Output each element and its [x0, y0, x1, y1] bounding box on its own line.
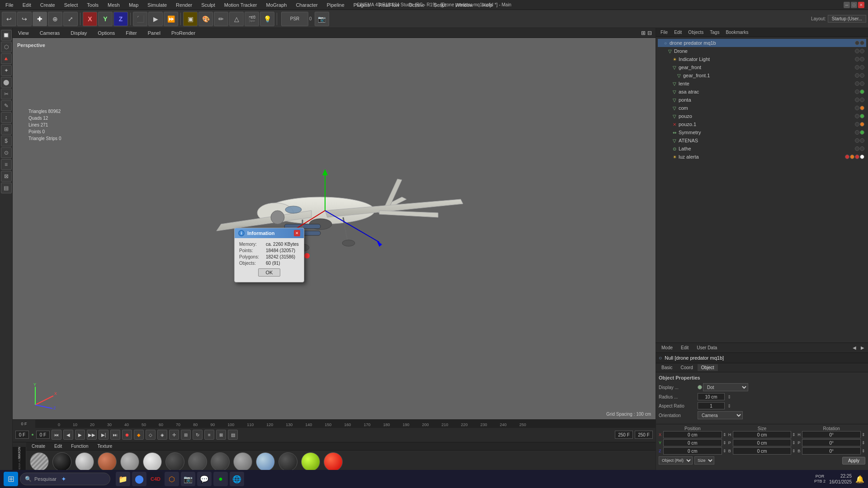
tree-item-ponta[interactable]: ▽ ponta: [658, 96, 866, 104]
sidebar-btn-7[interactable]: ✎: [1, 100, 12, 111]
sidebar-btn-6[interactable]: ✂: [1, 89, 12, 99]
taskbar-app-6[interactable]: 💬: [197, 472, 212, 486]
timeline-tool5-btn[interactable]: ⊠: [216, 430, 226, 440]
coord-pos-y-input[interactable]: [663, 439, 722, 446]
timeline-rec-btn[interactable]: ⏺: [122, 430, 132, 440]
taskbar-blender[interactable]: ⬡: [165, 472, 179, 486]
sidebar-btn-14[interactable]: ▤: [1, 183, 12, 193]
tree-dot-atenas-2[interactable]: [860, 138, 864, 143]
taskbar-chrome[interactable]: ⬤: [132, 472, 146, 486]
tree-item-luz[interactable]: ☀ luz alerta: [658, 153, 866, 161]
timeline-key2-btn[interactable]: ◇: [146, 430, 156, 440]
timeline-end-input[interactable]: [615, 431, 633, 439]
tree-dot-lente-1[interactable]: [855, 81, 859, 86]
tree-item-pouzo1[interactable]: ✕ pouzo.1: [658, 120, 866, 128]
viewport-filter-menu[interactable]: Filter: [124, 29, 138, 37]
coord-size-select[interactable]: Size: [694, 456, 714, 465]
sidebar-btn-11[interactable]: ⊙: [1, 147, 12, 158]
tree-dot-sym-1[interactable]: [855, 130, 859, 135]
props-display-select[interactable]: Dot: [703, 383, 748, 391]
props-nav-prev[interactable]: ◀: [851, 344, 858, 351]
props-aspect-input[interactable]: [698, 402, 725, 409]
tree-dot-lathe-1[interactable]: [855, 146, 859, 151]
timeline-tool6-btn[interactable]: ▤: [228, 430, 238, 440]
viewport-options-menu[interactable]: Options: [96, 29, 117, 37]
close-button[interactable]: ✕: [858, 2, 864, 8]
info-ok-button[interactable]: OK: [258, 268, 281, 277]
coord-rot-b-input[interactable]: [802, 447, 861, 455]
mat-edit-menu[interactable]: Edit: [52, 443, 64, 450]
taskbar-app-7[interactable]: ●: [213, 472, 228, 486]
psr-btn[interactable]: PSR: [281, 12, 308, 26]
props-orientation-select[interactable]: Camera: [698, 411, 743, 419]
tree-dot-asa-2[interactable]: [860, 89, 864, 94]
tree-dot-luz-1[interactable]: [845, 155, 849, 159]
coord-size-b-spin[interactable]: ⇕: [792, 449, 796, 453]
sidebar-btn-10[interactable]: $: [1, 136, 12, 146]
tree-item-pouzo[interactable]: ▽ pouzo: [658, 112, 866, 120]
tree-dot-luz-2[interactable]: [850, 155, 854, 159]
coord-size-h-spin[interactable]: ⇕: [792, 432, 796, 437]
select-tool[interactable]: ✚: [33, 12, 47, 26]
tree-dot-gear-2[interactable]: [860, 65, 864, 70]
props-tab-edit[interactable]: Edit: [677, 344, 692, 351]
tree-item-drone[interactable]: ▽ Drone: [658, 47, 866, 55]
coord-size-p-input[interactable]: [733, 439, 792, 446]
sidebar-btn-3[interactable]: 🔺: [1, 53, 12, 64]
render-all-btn[interactable]: ⏩: [164, 12, 178, 26]
timeline-play-fwd-btn[interactable]: ▶▶: [87, 430, 97, 440]
coord-rot-h-input[interactable]: [802, 431, 861, 438]
coord-object-rel-select[interactable]: Object (Rel): [659, 456, 693, 465]
sidebar-btn-5[interactable]: ⬤: [1, 77, 12, 88]
timeline-tool3-btn[interactable]: ↻: [193, 430, 203, 440]
coord-pos-z-spin[interactable]: ⇕: [723, 449, 726, 453]
props-tab-basic[interactable]: Basic: [658, 364, 676, 371]
coord-pos-y-spin[interactable]: ⇕: [723, 441, 726, 445]
undo-button[interactable]: ↩: [2, 12, 16, 26]
tree-dot-2[interactable]: [860, 41, 864, 45]
body-paint-btn[interactable]: ✏: [214, 12, 228, 26]
tree-item-root[interactable]: ○ drone predator mq1b: [658, 39, 866, 47]
mat-function-menu[interactable]: Function: [69, 443, 90, 450]
right-menu-file[interactable]: File: [658, 29, 670, 36]
cube-tool[interactable]: ⬛: [133, 12, 147, 26]
tree-dot-pouzo1-1[interactable]: [855, 122, 859, 127]
menu-motion-tracker[interactable]: Motion Tracker: [222, 1, 259, 9]
sidebar-btn-12[interactable]: ≡: [1, 159, 12, 170]
tree-dot-ponta-2[interactable]: [860, 98, 864, 102]
viewport-maximize-btn[interactable]: ⊞: [641, 30, 646, 36]
z-axis-btn[interactable]: Z: [113, 12, 128, 26]
sidebar-btn-8[interactable]: ↕: [1, 112, 12, 123]
model-btn[interactable]: ▣: [183, 12, 198, 26]
coord-rot-h-spin[interactable]: ⇕: [862, 432, 865, 437]
texture-btn[interactable]: 🎨: [198, 12, 213, 26]
viewport-layout-btn[interactable]: ⊟: [647, 30, 652, 36]
sidebar-btn-2[interactable]: ⬡: [1, 42, 12, 52]
taskbar-cinema4d[interactable]: C4D: [148, 472, 163, 486]
menu-map[interactable]: Map: [127, 1, 140, 9]
timeline-tool2-btn[interactable]: ⊞: [181, 430, 191, 440]
taskbar-app-8[interactable]: 🌐: [230, 472, 244, 486]
tree-dot-gear1-2[interactable]: [860, 73, 864, 78]
mat-texture-menu[interactable]: Texture: [96, 443, 114, 450]
timeline-key3-btn[interactable]: ◈: [157, 430, 167, 440]
light-btn[interactable]: 💡: [260, 12, 274, 26]
sidebar-btn-9[interactable]: ⊞: [1, 124, 12, 135]
coord-rot-b-spin[interactable]: ⇕: [862, 449, 865, 453]
tree-item-lente[interactable]: ▽ lente: [658, 80, 866, 88]
tree-dot-com-1[interactable]: [855, 106, 859, 110]
tree-dot-pouzo1-2[interactable]: [860, 122, 864, 127]
viewport-cameras-menu[interactable]: Cameras: [38, 29, 62, 37]
tree-dot-asa-1[interactable]: [855, 89, 859, 94]
coord-pos-x-spin[interactable]: ⇕: [723, 432, 726, 437]
sidebar-btn-13[interactable]: ⊠: [1, 171, 12, 182]
timeline-to-start-btn[interactable]: ⏮: [52, 430, 61, 440]
tree-item-lathe[interactable]: ⊙ Lathe: [658, 145, 866, 153]
coord-rot-p-input[interactable]: [802, 439, 861, 446]
timeline-next-btn[interactable]: ▶|: [99, 430, 108, 440]
tree-dot-drone-1[interactable]: [855, 49, 859, 53]
right-menu-objects[interactable]: Objects: [685, 29, 706, 36]
menu-pipeline[interactable]: Pipeline: [325, 1, 346, 9]
render-btn[interactable]: ▶: [148, 12, 163, 26]
tree-item-gear-front-1[interactable]: ▽ gear_front.1: [658, 71, 866, 80]
